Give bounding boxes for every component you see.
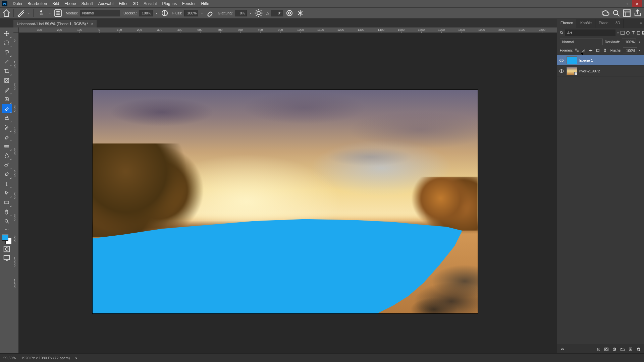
brush-tool[interactable] xyxy=(2,104,12,113)
layer-blend-mode-select[interactable]: Normal xyxy=(560,39,603,45)
layer-opacity-caret[interactable]: ▼ xyxy=(638,41,641,43)
brush-preset-picker[interactable]: 76 xyxy=(36,8,46,18)
lock-position-button[interactable] xyxy=(588,48,594,54)
menu-image[interactable]: Bild xyxy=(50,0,62,7)
menu-layer[interactable]: Ebene xyxy=(62,0,79,7)
document-info[interactable]: 1920 Px x 1080 Px (72 ppcm) xyxy=(21,356,70,360)
frame-tool[interactable] xyxy=(2,76,12,85)
layer-name[interactable]: river-219972 xyxy=(579,69,600,73)
cloud-docs-button[interactable] xyxy=(601,9,610,17)
filter-adjustment-icon[interactable] xyxy=(626,30,630,36)
zoom-tool[interactable] xyxy=(2,217,12,226)
layer-opacity-input[interactable] xyxy=(622,39,636,45)
layer-row[interactable]: river-219972 xyxy=(557,66,644,76)
filter-smart-icon[interactable] xyxy=(642,30,644,36)
crop-tool[interactable] xyxy=(2,66,12,76)
flow-input[interactable] xyxy=(184,10,198,16)
opacity-input[interactable] xyxy=(139,10,153,16)
gradient-tool[interactable] xyxy=(2,141,12,151)
ruler-vertical[interactable]: 010020030040050060070080090010001100 xyxy=(13,33,19,353)
layer-visibility-toggle[interactable] xyxy=(558,57,565,63)
healing-brush-tool[interactable] xyxy=(2,95,12,104)
menu-view[interactable]: Ansicht xyxy=(141,0,159,7)
window-close-button[interactable]: ✕ xyxy=(632,0,642,7)
window-minimize-button[interactable]: ─ xyxy=(612,0,622,7)
layer-thumbnail[interactable] xyxy=(567,56,577,64)
canvas-viewport[interactable] xyxy=(19,33,557,353)
new-group-button[interactable] xyxy=(620,347,625,352)
layer-row[interactable]: Ebene 1 xyxy=(557,55,644,66)
link-layers-button[interactable] xyxy=(560,347,565,352)
filter-shape-icon[interactable] xyxy=(637,30,641,36)
menu-help[interactable]: Hilfe xyxy=(199,0,212,7)
menu-filter[interactable]: Filter xyxy=(116,0,130,7)
airbrush-button[interactable] xyxy=(206,9,214,17)
blur-tool[interactable] xyxy=(2,151,12,160)
panel-menu-button[interactable]: ≡ xyxy=(638,19,644,28)
tab-channels[interactable]: Kanäle xyxy=(577,19,595,28)
filter-type-icon[interactable] xyxy=(631,30,635,36)
size-pressure-button[interactable] xyxy=(285,9,294,17)
smoothing-options-button[interactable] xyxy=(254,9,263,17)
lock-transparency-button[interactable] xyxy=(574,48,580,54)
filter-pixel-icon[interactable] xyxy=(621,30,625,36)
menu-file[interactable]: Datei xyxy=(10,0,25,7)
color-swatches[interactable] xyxy=(2,235,11,244)
flow-caret[interactable]: ▼ xyxy=(200,12,204,14)
document-canvas[interactable] xyxy=(93,90,478,313)
layer-fill-input[interactable] xyxy=(623,47,637,54)
opacity-pressure-button[interactable] xyxy=(160,9,169,17)
delete-layer-button[interactable] xyxy=(636,347,641,352)
symmetry-button[interactable] xyxy=(296,9,305,17)
menu-3d[interactable]: 3D xyxy=(130,0,141,7)
ruler-horizontal[interactable]: -300-200-1000100200300400500600700800900… xyxy=(19,27,557,33)
tab-paths[interactable]: Pfade xyxy=(595,19,612,28)
window-maximize-button[interactable]: □ xyxy=(622,0,632,7)
magic-wand-tool[interactable] xyxy=(2,57,12,66)
adjustment-layer-button[interactable] xyxy=(612,347,617,352)
move-tool[interactable] xyxy=(2,29,12,38)
lasso-tool[interactable] xyxy=(2,48,12,57)
menu-select[interactable]: Auswahl xyxy=(96,0,116,7)
layer-mask-button[interactable] xyxy=(604,347,609,352)
pen-tool[interactable] xyxy=(2,170,12,179)
layer-filter-input[interactable] xyxy=(565,29,615,36)
rectangle-tool[interactable] xyxy=(2,198,12,207)
filter-type-caret[interactable]: ▼ xyxy=(617,32,619,34)
eyedropper-tool[interactable] xyxy=(2,85,12,95)
layer-fill-caret[interactable]: ▼ xyxy=(638,49,641,52)
zoom-level[interactable]: 59,59% xyxy=(3,356,16,360)
tool-preset-picker[interactable] xyxy=(16,9,25,17)
layer-name[interactable]: Ebene 1 xyxy=(579,58,593,62)
dodge-tool[interactable] xyxy=(2,160,12,170)
blend-mode-select[interactable]: Normal xyxy=(80,10,120,16)
document-tab-close[interactable]: × xyxy=(91,22,93,26)
lock-all-button[interactable] xyxy=(602,48,608,54)
layer-thumbnail[interactable] xyxy=(567,67,577,75)
ruler-origin[interactable] xyxy=(13,27,19,33)
share-button[interactable] xyxy=(633,9,642,17)
quick-mask-button[interactable] xyxy=(3,245,10,253)
status-arrow[interactable]: > xyxy=(75,356,77,360)
hand-tool[interactable] xyxy=(2,207,12,217)
history-brush-tool[interactable] xyxy=(2,123,12,132)
eraser-tool[interactable] xyxy=(2,132,12,141)
workspace-button[interactable] xyxy=(623,9,631,17)
tool-preset-caret[interactable]: ▼ xyxy=(27,12,31,14)
document-tab[interactable]: Unbenannt-1 bei 59,6% (Ebene 1, RGB/8) *… xyxy=(13,20,97,27)
smoothing-input[interactable] xyxy=(235,10,247,16)
foreground-color-swatch[interactable] xyxy=(2,235,8,241)
home-button[interactable] xyxy=(2,9,11,17)
brush-settings-button[interactable] xyxy=(54,9,62,17)
edit-toolbar-button[interactable] xyxy=(2,226,12,233)
path-selection-tool[interactable] xyxy=(2,188,12,198)
screen-mode-button[interactable] xyxy=(3,254,10,261)
layer-style-button[interactable]: fx xyxy=(596,347,601,352)
brush-preset-caret[interactable]: ▼ xyxy=(48,12,52,14)
smoothing-caret[interactable]: ▼ xyxy=(249,12,252,14)
menu-window[interactable]: Fenster xyxy=(179,0,199,7)
menu-plugins[interactable]: Plug-ins xyxy=(160,0,179,7)
angle-input[interactable] xyxy=(271,10,283,16)
marquee-tool[interactable] xyxy=(2,38,12,48)
new-layer-button[interactable] xyxy=(628,347,633,352)
